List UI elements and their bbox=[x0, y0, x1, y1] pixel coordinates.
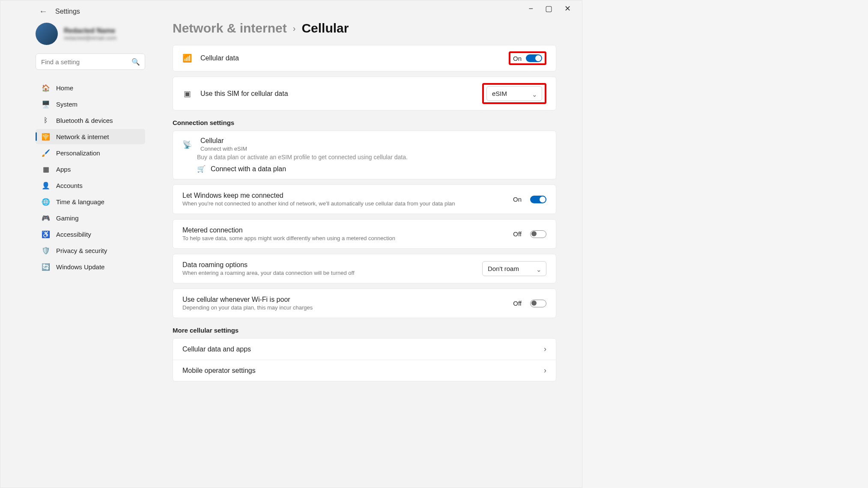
chevron-right-icon: › bbox=[293, 24, 296, 33]
nav-icon: 🖌️ bbox=[42, 149, 50, 157]
setting-row: Data roaming optionsWhen entering a roam… bbox=[173, 254, 556, 283]
sidebar-item-label: Network & internet bbox=[56, 133, 109, 140]
setting-sub: Depending on your data plan, this may in… bbox=[182, 304, 313, 311]
app-title: Settings bbox=[55, 8, 80, 15]
sidebar-item-bluetooth-devices[interactable]: ᛒBluetooth & devices bbox=[36, 113, 145, 128]
cellular-help-icon: 📡 bbox=[182, 140, 192, 149]
profile-block[interactable]: Redacted Name redacted@email.com bbox=[36, 23, 145, 45]
sidebar-item-accessibility[interactable]: ♿Accessibility bbox=[36, 226, 145, 242]
sidebar-item-label: Accessibility bbox=[56, 231, 91, 238]
chevron-right-icon: › bbox=[544, 366, 546, 375]
sidebar-item-apps[interactable]: ▦Apps bbox=[36, 161, 145, 177]
setting-sub: When you're not connected to another kin… bbox=[182, 200, 455, 207]
sim-select-label: Use this SIM for cellular data bbox=[200, 90, 288, 98]
breadcrumb-parent[interactable]: Network & internet bbox=[173, 21, 287, 36]
setting-title: Use cellular whenever Wi-Fi is poor bbox=[182, 296, 313, 304]
sidebar-item-label: Home bbox=[56, 84, 73, 92]
more-row[interactable]: Mobile operator settings› bbox=[173, 360, 556, 381]
search-icon: 🔍 bbox=[131, 58, 140, 66]
chevron-right-icon: › bbox=[544, 345, 546, 354]
cellular-block-subtitle: Connect with eSIM bbox=[200, 146, 247, 152]
nav-icon: ▦ bbox=[42, 165, 50, 173]
setting-sub: When entering a roaming area, your data … bbox=[182, 270, 355, 276]
more-row-title: Cellular data and apps bbox=[182, 345, 251, 353]
profile-email: redacted@email.com bbox=[64, 35, 116, 41]
sidebar-item-windows-update[interactable]: 🔄Windows Update bbox=[36, 259, 145, 274]
chevron-down-icon: ⌄ bbox=[536, 266, 542, 274]
sidebar-item-system[interactable]: 🖥️System bbox=[36, 96, 145, 112]
nav-icon: 🖥️ bbox=[42, 100, 50, 108]
setting-title: Metered connection bbox=[182, 226, 395, 234]
cellular-block-title: Cellular bbox=[200, 137, 247, 145]
nav-icon: 🏠 bbox=[42, 83, 50, 92]
sidebar-item-label: Gaming bbox=[56, 214, 79, 222]
nav-icon: 🎮 bbox=[42, 214, 50, 222]
more-row[interactable]: Cellular data and apps› bbox=[173, 339, 556, 360]
signal-icon: 📶 bbox=[182, 54, 192, 63]
connect-data-plan-link[interactable]: Connect with a data plan bbox=[211, 165, 286, 173]
sim-select[interactable]: eSIM ⌄ bbox=[486, 86, 542, 101]
nav-icon: ᛒ bbox=[42, 116, 50, 125]
setting-title: Let Windows keep me connected bbox=[182, 192, 455, 199]
more-row-title: Mobile operator settings bbox=[182, 367, 256, 375]
sidebar-item-label: Accounts bbox=[56, 182, 83, 189]
minimize-button[interactable]: − bbox=[528, 5, 533, 12]
roaming-select[interactable]: Don't roam⌄ bbox=[482, 261, 546, 276]
nav-icon: 🔄 bbox=[42, 262, 50, 271]
chevron-down-icon: ⌄ bbox=[532, 91, 537, 98]
sidebar-item-label: Personalization bbox=[56, 149, 100, 157]
setting-row: Let Windows keep me connectedWhen you're… bbox=[173, 184, 556, 214]
cellular-connect-block: 📡 Cellular Connect with eSIM Buy a data … bbox=[173, 131, 556, 179]
cellular-block-desc: Buy a data plan or activate an eSIM prof… bbox=[173, 152, 556, 161]
profile-name: Redacted Name bbox=[64, 27, 116, 35]
section-connection-head: Connection settings bbox=[173, 119, 556, 126]
sidebar-item-label: Privacy & security bbox=[56, 247, 107, 254]
toggle[interactable] bbox=[530, 230, 546, 238]
nav-icon: 🛡️ bbox=[42, 246, 50, 255]
nav-icon: 🛜 bbox=[42, 132, 50, 141]
cellular-data-label: Cellular data bbox=[200, 54, 239, 62]
page-title: Cellular bbox=[301, 21, 349, 36]
setting-row: Metered connectionTo help save data, som… bbox=[173, 219, 556, 249]
search-box[interactable]: 🔍 bbox=[36, 54, 145, 70]
cellular-data-state: On bbox=[513, 55, 522, 62]
sidebar-item-home[interactable]: 🏠Home bbox=[36, 80, 145, 95]
sidebar-item-network-internet[interactable]: 🛜Network & internet bbox=[36, 129, 145, 144]
section-more-head: More cellular settings bbox=[173, 327, 556, 334]
sidebar-item-personalization[interactable]: 🖌️Personalization bbox=[36, 145, 145, 161]
nav-icon: ♿ bbox=[42, 230, 50, 238]
sidebar-item-privacy-security[interactable]: 🛡️Privacy & security bbox=[36, 243, 145, 258]
nav-icon: 👤 bbox=[42, 181, 50, 190]
sidebar-item-label: Windows Update bbox=[56, 263, 104, 271]
sim-select-value: eSIM bbox=[492, 90, 507, 97]
setting-title: Data roaming options bbox=[182, 261, 355, 269]
sidebar-item-time-language[interactable]: 🌐Time & language bbox=[36, 194, 145, 209]
toggle-state: Off bbox=[513, 300, 522, 307]
setting-row: Use cellular whenever Wi-Fi is poorDepen… bbox=[173, 289, 556, 318]
cellular-data-toggle[interactable] bbox=[526, 54, 542, 62]
toggle-state: On bbox=[513, 196, 522, 203]
window-controls: − ▢ ✕ bbox=[517, 0, 582, 17]
maximize-button[interactable]: ▢ bbox=[545, 5, 552, 12]
highlight-sim-select: eSIM ⌄ bbox=[482, 83, 546, 104]
sidebar-item-label: Bluetooth & devices bbox=[56, 117, 113, 124]
breadcrumb: Network & internet › Cellular bbox=[173, 21, 556, 36]
sidebar-item-label: Apps bbox=[56, 166, 71, 173]
avatar bbox=[36, 23, 58, 45]
close-button[interactable]: ✕ bbox=[564, 5, 571, 12]
toggle-state: Off bbox=[513, 230, 522, 238]
highlight-cellular-toggle: On bbox=[509, 51, 546, 65]
nav-icon: 🌐 bbox=[42, 197, 50, 206]
sidebar-item-gaming[interactable]: 🎮Gaming bbox=[36, 210, 145, 226]
sim-icon: ▣ bbox=[182, 89, 192, 98]
toggle[interactable] bbox=[530, 300, 546, 307]
toggle[interactable] bbox=[530, 196, 546, 203]
sidebar-item-label: System bbox=[56, 101, 78, 108]
setting-sub: To help save data, some apps might work … bbox=[182, 235, 395, 241]
sidebar-item-accounts[interactable]: 👤Accounts bbox=[36, 178, 145, 193]
cart-icon: 🛒 bbox=[197, 165, 206, 173]
sidebar-item-label: Time & language bbox=[56, 198, 104, 205]
search-input[interactable] bbox=[36, 54, 145, 70]
back-button[interactable]: ← bbox=[39, 6, 48, 16]
